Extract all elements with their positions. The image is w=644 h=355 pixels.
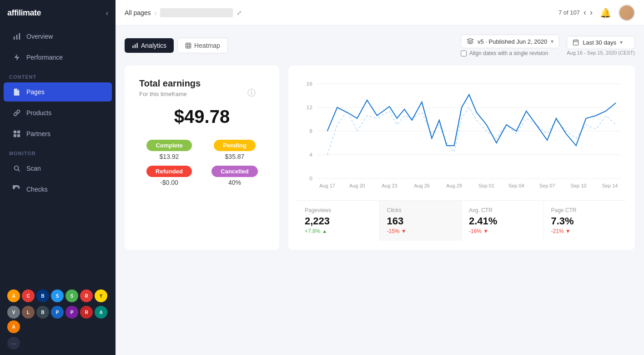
- sidebar-item-pages[interactable]: Pages: [4, 82, 112, 101]
- svg-rect-5: [14, 134, 16, 137]
- page-ctr-change: -21% ▼: [551, 228, 619, 234]
- sidebar-item-overview[interactable]: Overview: [4, 27, 112, 46]
- more-integrations-button[interactable]: ···: [7, 337, 20, 350]
- cards-row: ⓘ Total earnings For this timeframe $49.…: [125, 66, 635, 250]
- pageviews-label: Pageviews: [305, 207, 372, 213]
- page-nav: 7 of 107 ‹ ›: [558, 8, 593, 17]
- tab-left: Analytics Heatmap: [125, 38, 228, 53]
- date-range-area: Last 30 days ▾ Aug 16 - Sep 15, 2020 (CE…: [567, 36, 635, 56]
- breadcrumb-separator: ›: [155, 9, 157, 16]
- sidebar-header: affilimate ‹: [0, 0, 116, 26]
- page-ctr-value: 7.3%: [551, 215, 619, 227]
- integration-p[interactable]: P: [65, 306, 78, 319]
- svg-text:Aug 20: Aug 20: [349, 183, 365, 188]
- badge-complete: Complete: [146, 140, 191, 151]
- integration-v[interactable]: V: [7, 306, 20, 319]
- integrations-row-3: ···: [5, 335, 110, 351]
- avg-ctr-label: Avg. CTR: [469, 207, 536, 213]
- integration-lr[interactable]: L: [22, 306, 35, 319]
- svg-line-8: [18, 170, 20, 172]
- svg-text:16: 16: [306, 81, 312, 86]
- pending-value: $35.87: [225, 153, 245, 160]
- integration-b2[interactable]: B: [36, 306, 49, 319]
- integration-ar[interactable]: A: [95, 306, 107, 319]
- integration-y[interactable]: Y: [95, 289, 107, 302]
- svg-rect-17: [574, 40, 579, 45]
- grid-icon: [13, 130, 21, 138]
- page-prev-button[interactable]: ‹: [584, 8, 586, 17]
- heatmap-icon: [185, 42, 191, 49]
- main-content: All pages › ⤢ 7 of 107 ‹ › 🔔 Analytics: [116, 0, 644, 355]
- external-link-icon[interactable]: ⤢: [236, 9, 242, 16]
- link-icon: [13, 109, 21, 117]
- metric-page-ctr: Page CTR 7.3% -21% ▼: [544, 201, 626, 241]
- svg-text:8: 8: [309, 128, 312, 133]
- svg-point-7: [15, 166, 19, 170]
- align-dates-label: Align dates with a single revision: [469, 50, 548, 56]
- clicks-label: Clicks: [387, 207, 454, 213]
- earnings-info-icon[interactable]: ⓘ: [247, 87, 256, 98]
- svg-text:Sep 01: Sep 01: [478, 183, 494, 188]
- page-count: 7 of 107: [558, 9, 580, 16]
- complete-value: $13.92: [160, 153, 179, 160]
- metric-clicks: Clicks 163 -15% ▼: [380, 201, 462, 241]
- chart-card: 16 12 8 4 0 Aug 17 Aug 20 Aug 23 Aug 26 …: [288, 66, 635, 250]
- sidebar-item-products[interactable]: Products: [4, 103, 112, 122]
- svg-text:Aug 23: Aug 23: [382, 183, 397, 188]
- metric-avg-ctr: Avg. CTR 2.41% -16% ▼: [462, 201, 544, 241]
- collapse-button[interactable]: ‹: [106, 9, 108, 17]
- status-cancelled: Cancelled 40%: [205, 166, 265, 186]
- svg-text:0: 0: [309, 176, 312, 181]
- topbar-right: 7 of 107 ‹ › 🔔: [558, 5, 635, 21]
- page-next-button[interactable]: ›: [590, 8, 593, 17]
- breadcrumb-base[interactable]: All pages: [125, 9, 151, 16]
- tab-analytics[interactable]: Analytics: [125, 38, 174, 53]
- status-refunded: Refunded -$0.00: [139, 166, 199, 186]
- sidebar: affilimate ‹ Overview Performance CONTEN…: [0, 0, 116, 355]
- integration-r[interactable]: R: [80, 289, 93, 302]
- svg-text:12: 12: [306, 105, 312, 110]
- svg-text:4: 4: [309, 152, 312, 157]
- svg-rect-12: [186, 43, 191, 48]
- breadcrumb: All pages › ⤢: [125, 8, 242, 17]
- tab-right: v5 · Published Jun 2, 2020 ▾ Align dates…: [461, 35, 635, 56]
- monitor-section-label: MONITOR: [0, 144, 116, 158]
- integration-cj[interactable]: C: [22, 289, 35, 302]
- chart-bar-icon: [13, 32, 21, 41]
- tab-heatmap[interactable]: Heatmap: [177, 38, 228, 53]
- svg-rect-4: [17, 131, 20, 133]
- sidebar-item-pages-label: Pages: [26, 88, 45, 96]
- avatar[interactable]: [619, 5, 635, 21]
- analytics-icon: [132, 42, 138, 49]
- sidebar-item-partners[interactable]: Partners: [4, 124, 112, 143]
- earnings-title: Total earnings: [139, 78, 265, 89]
- sidebar-item-checks[interactable]: Checks: [4, 180, 112, 199]
- version-selector[interactable]: v5 · Published Jun 2, 2020 ▾: [461, 35, 559, 48]
- metrics-row: Pageviews 2,223 +7.8% ▲ Clicks 163 -15% …: [297, 200, 626, 241]
- badge-refunded: Refunded: [146, 166, 192, 177]
- svg-text:Sep 14: Sep 14: [602, 183, 618, 188]
- status-pending: Pending $35.87: [205, 140, 265, 160]
- svg-text:Sep 04: Sep 04: [508, 183, 524, 188]
- align-dates-checkbox[interactable]: [461, 51, 467, 56]
- notification-bell-icon[interactable]: 🔔: [600, 7, 611, 18]
- cancelled-value: 40%: [228, 179, 241, 186]
- topbar: All pages › ⤢ 7 of 107 ‹ › 🔔: [116, 0, 644, 25]
- svg-rect-0: [14, 36, 15, 40]
- date-range-selector[interactable]: Last 30 days ▾: [567, 36, 635, 49]
- sidebar-item-overview-label: Overview: [26, 33, 53, 40]
- integration-booking[interactable]: B: [36, 289, 49, 302]
- total-amount: $49.78: [139, 106, 265, 127]
- integration-r2[interactable]: R: [80, 306, 93, 319]
- integration-bl[interactable]: P: [51, 306, 64, 319]
- integration-az2[interactable]: A: [7, 320, 20, 333]
- earnings-card: ⓘ Total earnings For this timeframe $49.…: [125, 66, 279, 250]
- integration-shareasale[interactable]: S: [65, 289, 78, 302]
- calendar-icon: [573, 39, 579, 46]
- sidebar-item-scan[interactable]: Scan: [4, 159, 112, 178]
- sidebar-item-performance[interactable]: Performance: [4, 48, 112, 67]
- version-label: v5 · Published Jun 2, 2020: [478, 38, 547, 45]
- tab-bar: Analytics Heatmap v5 · Published Jun 2, …: [125, 35, 635, 56]
- integration-amazon[interactable]: A: [7, 289, 20, 302]
- integration-skimlinks[interactable]: S: [51, 289, 64, 302]
